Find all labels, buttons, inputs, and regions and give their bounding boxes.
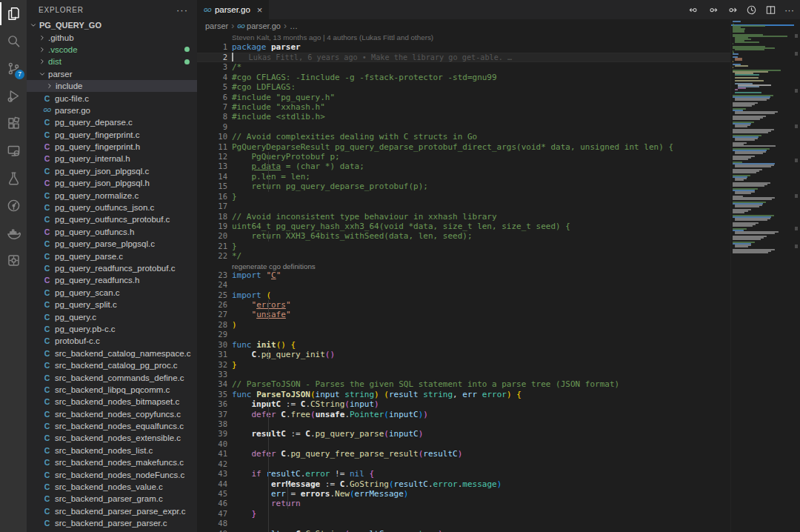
code-line-35[interactable]: 35func ParseToJSON(input string) (result…: [197, 390, 800, 399]
toggle-changes-icon[interactable]: [727, 4, 738, 16]
tree-file-pg-query-fingerprint-h[interactable]: Cpg_query_fingerprint.h: [27, 141, 197, 153]
tree-file-src-backend-commands-define-c[interactable]: Csrc_backend_commands_define.c: [27, 371, 197, 383]
code-line-26[interactable]: 26 "errors": [197, 300, 800, 310]
tree-file-pg-query-readfuncs-protobuf-c[interactable]: Cpg_query_readfuncs_protobuf.c: [27, 262, 197, 274]
file-history-icon[interactable]: [746, 4, 757, 16]
code-line-37[interactable]: 37 defer C.free(unsafe.Pointer(inputC)): [197, 410, 800, 419]
code-line-19[interactable]: 19uint64_t pg_query_hash_xxh3_64(void *d…: [197, 222, 800, 231]
code-line-39[interactable]: 39 resultC := C.pg_query_parse(inputC): [197, 429, 800, 439]
search-icon[interactable]: [0, 27, 27, 55]
tree-file-src-backend-nodes-equalfuncs-c[interactable]: Csrc_backend_nodes_equalfuncs.c: [27, 420, 197, 432]
code-line-3[interactable]: 3/*: [197, 62, 800, 72]
code-line-38[interactable]: 38: [197, 419, 800, 429]
tree-file-src-backend-nodes-nodefuncs-c[interactable]: Csrc_backend_nodes_nodeFuncs.c: [27, 468, 197, 480]
code-line-24[interactable]: 24: [197, 280, 800, 290]
tree-folder--github[interactable]: .github: [27, 31, 197, 43]
tree-file-src-backend-nodes-value-c[interactable]: Csrc_backend_nodes_value.c: [27, 481, 197, 493]
code-line-43[interactable]: 43 if resultC.error != nil {: [197, 469, 800, 479]
tree-file-src-backend-nodes-bitmapset-c[interactable]: Csrc_backend_nodes_bitmapset.c: [27, 396, 197, 408]
tree-file-src-backend-parser-parser-c[interactable]: Csrc_backend_parser_parser.c: [27, 517, 197, 529]
code-line-29[interactable]: 29: [197, 330, 800, 339]
code-line-16[interactable]: 16}: [197, 192, 800, 202]
tree-file-pg-query-json-plpgsql-h[interactable]: Cpg_query_json_plpgsql.h: [27, 177, 197, 189]
tree-folder--vscode[interactable]: .vscode: [27, 44, 197, 56]
tree-file-pg-query-deparse-c[interactable]: Cpg_query_deparse.c: [27, 116, 197, 128]
tree-file-pg-query-fingerprint-c[interactable]: Cpg_query_fingerprint.c: [27, 129, 197, 141]
code-line-47[interactable]: 47 }: [197, 509, 800, 519]
source-control-icon[interactable]: 7: [0, 55, 27, 82]
tree-file-src-backend-parser-gram-c[interactable]: Csrc_backend_parser_gram.c: [27, 493, 197, 505]
tree-file-guc-file-c[interactable]: Cguc-file.c: [27, 92, 197, 104]
extensions-icon[interactable]: [0, 110, 27, 137]
more-actions-icon[interactable]: ···: [784, 4, 794, 16]
testing-icon[interactable]: [0, 164, 27, 192]
codelens-link[interactable]: regenerate cgo definitions: [232, 262, 316, 270]
code-line-21[interactable]: 21}: [197, 242, 800, 251]
tree-folder-parser[interactable]: parser: [27, 68, 197, 80]
code-line-4[interactable]: 4#cgo CFLAGS: -Iinclude -g -fstack-prote…: [197, 73, 800, 82]
tree-file-pg-query-readfuncs-h[interactable]: Cpg_query_readfuncs.h: [27, 274, 197, 286]
tree-file-protobuf-c-c[interactable]: Cprotobuf-c.c: [27, 335, 197, 347]
run-debug-icon[interactable]: [0, 82, 27, 110]
code-line-2[interactable]: 2Lukas Fittl, 6 years ago • Make the lib…: [197, 53, 800, 62]
containers-icon[interactable]: [0, 247, 27, 274]
tree-file-pg-query-outfuncs-h[interactable]: Cpg_query_outfuncs.h: [27, 226, 197, 238]
tab-parser-go[interactable]: GO parser.go ×: [197, 0, 270, 19]
code-line-41[interactable]: 41 defer C.pg_query_free_parse_result(re…: [197, 449, 800, 459]
remote-explorer-icon[interactable]: [0, 137, 27, 164]
code-line-42[interactable]: 42: [197, 459, 800, 469]
docker-icon[interactable]: [0, 219, 27, 247]
code-line-10[interactable]: 10// Avoid complexities dealing with C s…: [197, 132, 800, 142]
tree-file-pg-query-parse-plpgsql-c[interactable]: Cpg_query_parse_plpgsql.c: [27, 238, 197, 250]
toggle-heatmap-icon[interactable]: [707, 4, 719, 16]
tree-file-pg-query-split-c[interactable]: Cpg_query_split.c: [27, 299, 197, 310]
tree-file-src-backend-catalog-namespace-c[interactable]: Csrc_backend_catalog_namespace.c: [27, 348, 197, 359]
tree-file-src-backend-nodes-makefuncs-c[interactable]: Csrc_backend_nodes_makefuncs.c: [27, 456, 197, 468]
code-line-9[interactable]: 9: [197, 122, 800, 132]
code-line-31[interactable]: 31 C.pg_query_init(): [197, 350, 800, 359]
overview-ruler[interactable]: [794, 19, 800, 532]
code-line-40[interactable]: 40: [197, 439, 800, 449]
code-line-33[interactable]: 33: [197, 370, 800, 379]
code-line-27[interactable]: 27 "unsafe": [197, 310, 800, 319]
code-line-13[interactable]: 13 p.data = (char *) data;: [197, 162, 800, 171]
tree-file-src-backend-nodes-copyfuncs-c[interactable]: Csrc_backend_nodes_copyfuncs.c: [27, 408, 197, 420]
code-line-23[interactable]: 23import "C": [197, 270, 800, 280]
split-editor-icon[interactable]: [765, 4, 776, 16]
tree-file-pg-query-internal-h[interactable]: Cpg_query_internal.h: [27, 153, 197, 164]
code-line-15[interactable]: 15 return pg_query_deparse_protobuf(p);: [197, 182, 800, 191]
breadcrumb-item--[interactable]: …: [290, 21, 298, 30]
tree-file-src-backend-nodes-list-c[interactable]: Csrc_backend_nodes_list.c: [27, 445, 197, 456]
tree-file-pg-query-json-plpgsql-c[interactable]: Cpg_query_json_plpgsql.c: [27, 165, 197, 177]
tree-folder-pg-query-go[interactable]: PG_QUERY_GO: [27, 19, 197, 31]
tree-file-pg-query-scan-c[interactable]: Cpg_query_scan.c: [27, 287, 197, 299]
code-line-18[interactable]: 18// Avoid inconsistent type behaviour i…: [197, 212, 800, 222]
code-line-25[interactable]: 25import (: [197, 290, 800, 300]
tree-folder-dist[interactable]: dist: [27, 56, 197, 67]
gitlens-icon[interactable]: [0, 192, 27, 219]
tree-file-pg-query-c[interactable]: Cpg_query.c: [27, 310, 197, 322]
code-line-8[interactable]: 8#include <stdlib.h>: [197, 112, 800, 122]
tree-folder-include[interactable]: include: [27, 80, 197, 92]
toggle-blame-icon[interactable]: [688, 4, 699, 16]
explorer-icon[interactable]: [0, 0, 27, 27]
tab-close-icon[interactable]: ×: [257, 4, 263, 16]
code-line-49[interactable]: 49 result = C.GoString(resultC.parse_tre…: [197, 529, 800, 532]
tree-file-pg-query-outfuncs-protobuf-c[interactable]: Cpg_query_outfuncs_protobuf.c: [27, 213, 197, 225]
code-line-7[interactable]: 7#include "xxhash.h": [197, 102, 800, 112]
code-line-17[interactable]: 17: [197, 202, 800, 211]
code-line-46[interactable]: 46 return: [197, 499, 800, 508]
breadcrumb-item-parser-go[interactable]: GOparser.go: [237, 21, 281, 30]
code-line-12[interactable]: 12 PgQueryProtobuf p;: [197, 152, 800, 162]
tree-file-pg-query-pb-c-c[interactable]: Cpg_query.pb-c.c: [27, 323, 197, 335]
tree-file-pg-query-normalize-c[interactable]: Cpg_query_normalize.c: [27, 189, 197, 201]
tree-file-src-backend-catalog-pg-proc-c[interactable]: Csrc_backend_catalog_pg_proc.c: [27, 359, 197, 371]
explorer-more-actions-icon[interactable]: ···: [176, 4, 188, 16]
code-line-5[interactable]: 5#cgo LDFLAGS:: [197, 82, 800, 92]
code-line-48[interactable]: 48: [197, 519, 800, 528]
code-line-44[interactable]: 44 errMessage := C.GoString(resultC.erro…: [197, 479, 800, 489]
code-line-20[interactable]: 20 return XXH3_64bits_withSeed(data, len…: [197, 231, 800, 241]
tree-file-src-backend-nodes-extensible-c[interactable]: Csrc_backend_nodes_extensible.c: [27, 432, 197, 444]
tree-file-src-backend-libpq-pqcomm-c[interactable]: Csrc_backend_libpq_pqcomm.c: [27, 384, 197, 396]
minimap[interactable]: [730, 19, 794, 532]
